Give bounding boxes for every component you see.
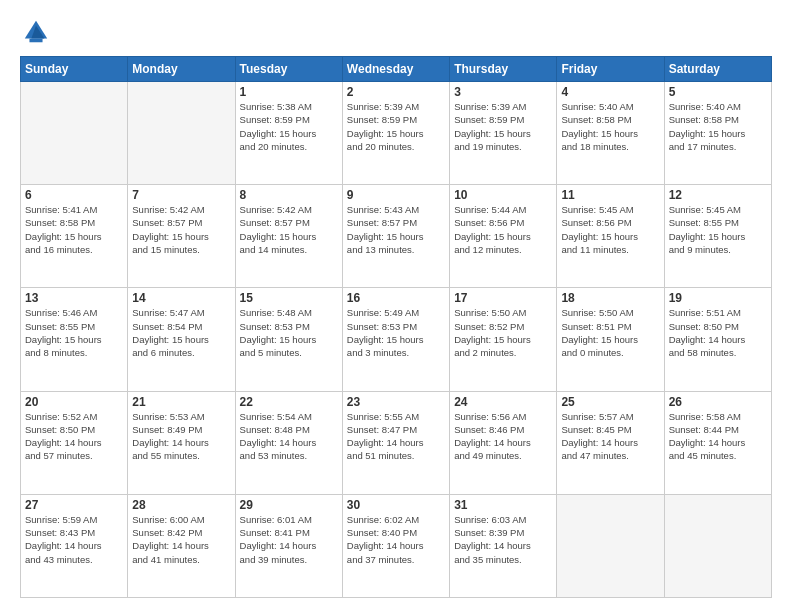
logo-icon (22, 18, 50, 46)
day-info: Sunrise: 5:40 AM Sunset: 8:58 PM Dayligh… (561, 100, 659, 153)
day-number: 27 (25, 498, 123, 512)
day-number: 4 (561, 85, 659, 99)
calendar-cell: 20Sunrise: 5:52 AM Sunset: 8:50 PM Dayli… (21, 391, 128, 494)
calendar-cell: 8Sunrise: 5:42 AM Sunset: 8:57 PM Daylig… (235, 185, 342, 288)
day-info: Sunrise: 5:50 AM Sunset: 8:52 PM Dayligh… (454, 306, 552, 359)
day-info: Sunrise: 5:39 AM Sunset: 8:59 PM Dayligh… (454, 100, 552, 153)
day-number: 15 (240, 291, 338, 305)
calendar-cell: 30Sunrise: 6:02 AM Sunset: 8:40 PM Dayli… (342, 494, 449, 597)
logo (20, 18, 52, 46)
day-info: Sunrise: 5:39 AM Sunset: 8:59 PM Dayligh… (347, 100, 445, 153)
day-number: 2 (347, 85, 445, 99)
day-number: 22 (240, 395, 338, 409)
calendar-cell: 2Sunrise: 5:39 AM Sunset: 8:59 PM Daylig… (342, 82, 449, 185)
calendar-cell: 28Sunrise: 6:00 AM Sunset: 8:42 PM Dayli… (128, 494, 235, 597)
day-info: Sunrise: 5:54 AM Sunset: 8:48 PM Dayligh… (240, 410, 338, 463)
calendar-cell: 6Sunrise: 5:41 AM Sunset: 8:58 PM Daylig… (21, 185, 128, 288)
day-number: 29 (240, 498, 338, 512)
day-info: Sunrise: 5:42 AM Sunset: 8:57 PM Dayligh… (132, 203, 230, 256)
day-info: Sunrise: 6:01 AM Sunset: 8:41 PM Dayligh… (240, 513, 338, 566)
day-info: Sunrise: 5:43 AM Sunset: 8:57 PM Dayligh… (347, 203, 445, 256)
day-info: Sunrise: 5:55 AM Sunset: 8:47 PM Dayligh… (347, 410, 445, 463)
day-number: 30 (347, 498, 445, 512)
day-number: 25 (561, 395, 659, 409)
day-info: Sunrise: 5:41 AM Sunset: 8:58 PM Dayligh… (25, 203, 123, 256)
calendar-cell: 26Sunrise: 5:58 AM Sunset: 8:44 PM Dayli… (664, 391, 771, 494)
calendar-cell: 12Sunrise: 5:45 AM Sunset: 8:55 PM Dayli… (664, 185, 771, 288)
day-info: Sunrise: 5:50 AM Sunset: 8:51 PM Dayligh… (561, 306, 659, 359)
calendar-cell: 23Sunrise: 5:55 AM Sunset: 8:47 PM Dayli… (342, 391, 449, 494)
calendar-cell: 15Sunrise: 5:48 AM Sunset: 8:53 PM Dayli… (235, 288, 342, 391)
calendar-cell: 29Sunrise: 6:01 AM Sunset: 8:41 PM Dayli… (235, 494, 342, 597)
day-info: Sunrise: 6:02 AM Sunset: 8:40 PM Dayligh… (347, 513, 445, 566)
day-number: 17 (454, 291, 552, 305)
day-number: 24 (454, 395, 552, 409)
calendar-week-2: 6Sunrise: 5:41 AM Sunset: 8:58 PM Daylig… (21, 185, 772, 288)
day-number: 6 (25, 188, 123, 202)
day-info: Sunrise: 5:42 AM Sunset: 8:57 PM Dayligh… (240, 203, 338, 256)
header (20, 18, 772, 46)
day-info: Sunrise: 5:38 AM Sunset: 8:59 PM Dayligh… (240, 100, 338, 153)
day-number: 7 (132, 188, 230, 202)
calendar-cell: 31Sunrise: 6:03 AM Sunset: 8:39 PM Dayli… (450, 494, 557, 597)
day-number: 31 (454, 498, 552, 512)
calendar-cell (664, 494, 771, 597)
calendar-cell: 17Sunrise: 5:50 AM Sunset: 8:52 PM Dayli… (450, 288, 557, 391)
day-number: 20 (25, 395, 123, 409)
day-info: Sunrise: 5:45 AM Sunset: 8:56 PM Dayligh… (561, 203, 659, 256)
calendar-cell: 3Sunrise: 5:39 AM Sunset: 8:59 PM Daylig… (450, 82, 557, 185)
day-number: 9 (347, 188, 445, 202)
day-info: Sunrise: 5:40 AM Sunset: 8:58 PM Dayligh… (669, 100, 767, 153)
calendar-cell (128, 82, 235, 185)
day-number: 26 (669, 395, 767, 409)
calendar-week-5: 27Sunrise: 5:59 AM Sunset: 8:43 PM Dayli… (21, 494, 772, 597)
calendar-header-saturday: Saturday (664, 57, 771, 82)
calendar-cell: 24Sunrise: 5:56 AM Sunset: 8:46 PM Dayli… (450, 391, 557, 494)
calendar-cell: 10Sunrise: 5:44 AM Sunset: 8:56 PM Dayli… (450, 185, 557, 288)
day-info: Sunrise: 5:56 AM Sunset: 8:46 PM Dayligh… (454, 410, 552, 463)
calendar-header-sunday: Sunday (21, 57, 128, 82)
day-info: Sunrise: 5:57 AM Sunset: 8:45 PM Dayligh… (561, 410, 659, 463)
calendar-header-tuesday: Tuesday (235, 57, 342, 82)
page: SundayMondayTuesdayWednesdayThursdayFrid… (0, 0, 792, 612)
calendar-header-row: SundayMondayTuesdayWednesdayThursdayFrid… (21, 57, 772, 82)
calendar-cell: 21Sunrise: 5:53 AM Sunset: 8:49 PM Dayli… (128, 391, 235, 494)
calendar-cell: 5Sunrise: 5:40 AM Sunset: 8:58 PM Daylig… (664, 82, 771, 185)
calendar-cell: 22Sunrise: 5:54 AM Sunset: 8:48 PM Dayli… (235, 391, 342, 494)
day-number: 12 (669, 188, 767, 202)
calendar-cell (557, 494, 664, 597)
day-number: 28 (132, 498, 230, 512)
calendar-cell: 1Sunrise: 5:38 AM Sunset: 8:59 PM Daylig… (235, 82, 342, 185)
calendar-cell (21, 82, 128, 185)
day-info: Sunrise: 5:45 AM Sunset: 8:55 PM Dayligh… (669, 203, 767, 256)
calendar-header-friday: Friday (557, 57, 664, 82)
day-number: 13 (25, 291, 123, 305)
calendar-table: SundayMondayTuesdayWednesdayThursdayFrid… (20, 56, 772, 598)
day-info: Sunrise: 5:49 AM Sunset: 8:53 PM Dayligh… (347, 306, 445, 359)
day-info: Sunrise: 5:53 AM Sunset: 8:49 PM Dayligh… (132, 410, 230, 463)
day-number: 11 (561, 188, 659, 202)
calendar-cell: 16Sunrise: 5:49 AM Sunset: 8:53 PM Dayli… (342, 288, 449, 391)
day-number: 10 (454, 188, 552, 202)
calendar-week-3: 13Sunrise: 5:46 AM Sunset: 8:55 PM Dayli… (21, 288, 772, 391)
day-number: 3 (454, 85, 552, 99)
day-number: 19 (669, 291, 767, 305)
calendar-week-4: 20Sunrise: 5:52 AM Sunset: 8:50 PM Dayli… (21, 391, 772, 494)
calendar-cell: 14Sunrise: 5:47 AM Sunset: 8:54 PM Dayli… (128, 288, 235, 391)
calendar-cell: 18Sunrise: 5:50 AM Sunset: 8:51 PM Dayli… (557, 288, 664, 391)
day-number: 14 (132, 291, 230, 305)
calendar-cell: 27Sunrise: 5:59 AM Sunset: 8:43 PM Dayli… (21, 494, 128, 597)
day-info: Sunrise: 5:59 AM Sunset: 8:43 PM Dayligh… (25, 513, 123, 566)
day-info: Sunrise: 5:48 AM Sunset: 8:53 PM Dayligh… (240, 306, 338, 359)
day-number: 16 (347, 291, 445, 305)
day-info: Sunrise: 6:00 AM Sunset: 8:42 PM Dayligh… (132, 513, 230, 566)
day-number: 23 (347, 395, 445, 409)
day-number: 8 (240, 188, 338, 202)
calendar-cell: 13Sunrise: 5:46 AM Sunset: 8:55 PM Dayli… (21, 288, 128, 391)
calendar-header-wednesday: Wednesday (342, 57, 449, 82)
calendar-cell: 9Sunrise: 5:43 AM Sunset: 8:57 PM Daylig… (342, 185, 449, 288)
day-info: Sunrise: 5:47 AM Sunset: 8:54 PM Dayligh… (132, 306, 230, 359)
day-info: Sunrise: 6:03 AM Sunset: 8:39 PM Dayligh… (454, 513, 552, 566)
day-info: Sunrise: 5:44 AM Sunset: 8:56 PM Dayligh… (454, 203, 552, 256)
calendar-cell: 11Sunrise: 5:45 AM Sunset: 8:56 PM Dayli… (557, 185, 664, 288)
